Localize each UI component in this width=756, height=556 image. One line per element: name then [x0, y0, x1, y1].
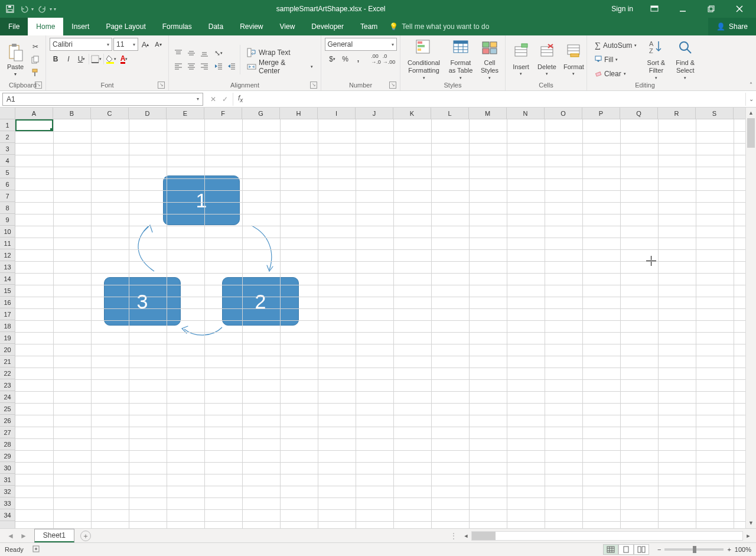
fx-icon[interactable]: fx: [233, 94, 247, 103]
align-right-icon[interactable]: [198, 60, 210, 72]
signin-link[interactable]: Sign in: [605, 5, 639, 13]
row-header[interactable]: 11: [0, 238, 15, 249]
fill-color-button[interactable]: ▾: [105, 53, 117, 65]
align-top-icon[interactable]: [172, 47, 184, 59]
cell-styles-button[interactable]: Cell Styles▾: [478, 38, 501, 82]
row-header[interactable]: 30: [0, 462, 15, 474]
column-header[interactable]: D: [129, 108, 167, 119]
merge-center-button[interactable]: Merge & Center▾: [243, 60, 317, 73]
row-header[interactable]: 3: [0, 143, 15, 155]
row-header[interactable]: 13: [0, 261, 15, 273]
increase-decimal-icon[interactable]: .00→.0: [370, 53, 382, 65]
font-size-combo[interactable]: 11▾: [113, 38, 138, 51]
orientation-icon[interactable]: ⤡▾: [213, 47, 224, 59]
view-page-layout-icon[interactable]: [618, 544, 634, 555]
font-name-combo[interactable]: Calibri▾: [50, 38, 112, 51]
row-header[interactable]: 26: [0, 415, 15, 427]
minimize-button[interactable]: [670, 0, 696, 18]
clear-button[interactable]: Clear▾: [591, 67, 641, 80]
save-icon[interactable]: [5, 4, 15, 14]
hscroll-left-icon[interactable]: ◄: [461, 533, 471, 539]
tab-formulas[interactable]: Formulas: [154, 18, 200, 35]
sort-filter-button[interactable]: AZSort & Filter▾: [643, 38, 669, 82]
row-header[interactable]: 27: [0, 427, 15, 438]
scroll-down-icon[interactable]: ▼: [746, 518, 756, 528]
formula-input[interactable]: [247, 93, 745, 106]
tab-team[interactable]: Team: [352, 18, 386, 35]
tab-insert[interactable]: Insert: [63, 18, 97, 35]
column-header[interactable]: G: [242, 108, 280, 119]
font-color-button[interactable]: A▾: [118, 53, 130, 65]
accounting-format-icon[interactable]: $▾: [327, 53, 338, 65]
row-header[interactable]: 17: [0, 308, 15, 320]
decrease-indent-icon[interactable]: [213, 60, 224, 72]
number-dialog-icon[interactable]: ↘: [389, 82, 396, 89]
undo-icon[interactable]: [19, 4, 30, 14]
row-header[interactable]: 29: [0, 450, 15, 462]
column-header[interactable]: M: [469, 108, 507, 119]
column-header[interactable]: Q: [620, 108, 658, 119]
row-header[interactable]: 14: [0, 273, 15, 285]
column-header[interactable]: N: [507, 108, 545, 119]
column-header[interactable]: B: [53, 108, 91, 119]
row-header[interactable]: 22: [0, 368, 15, 379]
copy-button[interactable]: [30, 54, 41, 66]
collapse-ribbon-icon[interactable]: ˄: [750, 82, 752, 88]
borders-button[interactable]: ▾: [90, 53, 102, 65]
share-button[interactable]: 👤Share: [708, 18, 756, 35]
row-header[interactable]: 24: [0, 391, 15, 403]
column-header[interactable]: F: [204, 108, 242, 119]
sheet-nav-first-icon[interactable]: ◄: [7, 532, 14, 540]
row-header[interactable]: 7: [0, 190, 15, 202]
column-header[interactable]: J: [356, 108, 393, 119]
row-header[interactable]: 18: [0, 320, 15, 332]
column-header[interactable]: E: [167, 108, 204, 119]
number-format-combo[interactable]: General▾: [325, 38, 397, 51]
fill-button[interactable]: Fill▾: [591, 53, 641, 66]
tab-view[interactable]: View: [272, 18, 304, 35]
tab-home[interactable]: Home: [28, 18, 63, 35]
column-header[interactable]: P: [582, 108, 620, 119]
enter-formula-icon[interactable]: ✓: [222, 95, 228, 103]
view-normal-icon[interactable]: [603, 544, 618, 555]
row-header[interactable]: 10: [0, 226, 15, 238]
font-dialog-icon[interactable]: ↘: [158, 82, 165, 89]
vertical-scroll-thumb[interactable]: [747, 118, 755, 148]
column-header[interactable]: S: [696, 108, 734, 119]
insert-cells-button[interactable]: Insert▾: [509, 42, 533, 77]
view-page-break-icon[interactable]: [634, 544, 649, 555]
row-header[interactable]: 6: [0, 178, 15, 190]
row-header[interactable]: 31: [0, 474, 15, 486]
alignment-dialog-icon[interactable]: ↘: [310, 82, 317, 89]
new-sheet-button[interactable]: ＋: [80, 531, 91, 541]
row-header[interactable]: 23: [0, 379, 15, 391]
conditional-formatting-button[interactable]: Conditional Formatting▾: [404, 38, 444, 82]
column-header[interactable]: H: [280, 108, 318, 119]
autosum-button[interactable]: ∑AutoSum▾: [591, 39, 641, 52]
row-header[interactable]: 5: [0, 167, 15, 178]
zoom-slider[interactable]: [664, 548, 724, 551]
row-header[interactable]: 12: [0, 249, 15, 261]
find-select-button[interactable]: Find & Select▾: [671, 38, 699, 82]
align-left-icon[interactable]: [172, 60, 184, 72]
decrease-decimal-icon[interactable]: .0→.00: [383, 53, 395, 65]
format-cells-button[interactable]: Format▾: [561, 42, 586, 77]
tab-data[interactable]: Data: [200, 18, 232, 35]
align-middle-icon[interactable]: [185, 47, 197, 59]
zoom-level[interactable]: 100%: [735, 546, 751, 553]
tab-file[interactable]: File: [0, 18, 28, 35]
sheet-tab-1[interactable]: Sheet1: [34, 529, 74, 542]
smartart-node-1[interactable]: 1: [163, 175, 240, 225]
cut-button[interactable]: ✂: [30, 41, 41, 53]
scroll-up-icon[interactable]: ▲: [746, 108, 756, 118]
vertical-scrollbar[interactable]: ▲ ▼: [745, 108, 756, 528]
expand-formula-bar-icon[interactable]: ⌄: [745, 93, 756, 106]
macro-record-icon[interactable]: [32, 545, 40, 554]
bold-button[interactable]: B: [50, 53, 61, 65]
percent-format-icon[interactable]: %: [340, 53, 351, 65]
row-header[interactable]: 25: [0, 403, 15, 415]
horizontal-scroll-thumb[interactable]: [472, 532, 496, 540]
row-header[interactable]: 21: [0, 356, 15, 368]
zoom-out-button[interactable]: −: [657, 546, 661, 553]
increase-indent-icon[interactable]: [226, 60, 237, 72]
